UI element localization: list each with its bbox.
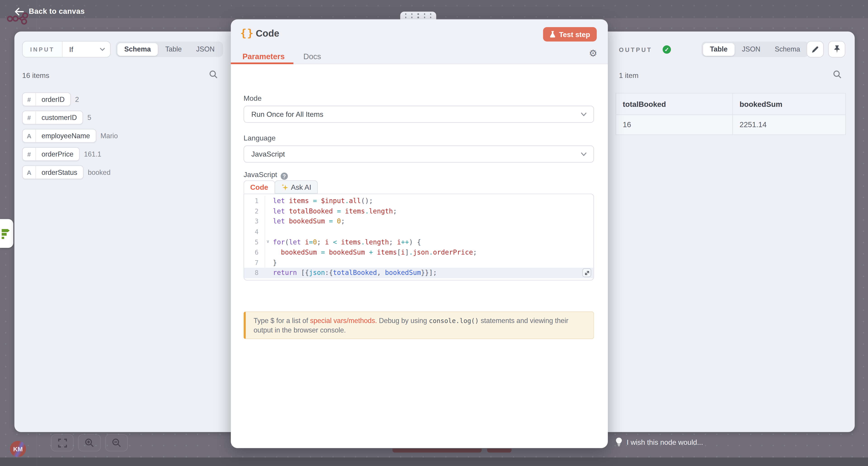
success-check-icon: ✓ <box>662 45 671 54</box>
language-label: Language <box>244 134 276 142</box>
mode-select-value: Run Once for All Items <box>251 110 323 119</box>
schema-field-value: booked <box>88 168 110 176</box>
output-tab-schema[interactable]: Schema <box>768 43 807 56</box>
mode-select[interactable]: Run Once for All Items <box>244 106 594 123</box>
line-number: 2 <box>244 206 265 217</box>
code-editor[interactable]: 1let items = $input.all();2let totalBook… <box>244 193 594 280</box>
back-arrow-icon <box>14 7 24 15</box>
app-root: Back to canvas KM I wish this node would… <box>0 0 868 466</box>
schema-field-pill[interactable]: #orderPrice <box>22 147 80 161</box>
zoom-out-icon <box>112 438 121 448</box>
editor-tab-code[interactable]: Code <box>244 180 275 194</box>
code-line[interactable]: 7} <box>244 258 593 268</box>
code-line[interactable]: 1let items = $input.all(); <box>244 196 593 206</box>
schema-field-pill[interactable]: AorderStatus <box>22 165 84 179</box>
schema-field-row: #orderID2 <box>22 92 118 106</box>
code-line-text: return [{json:{totalBooked, bookedSum}}]… <box>265 269 437 277</box>
node-feedback-button[interactable]: I wish this node would... <box>616 437 703 446</box>
if-node-icon <box>1 228 11 240</box>
edit-output-button[interactable] <box>807 41 824 57</box>
schema-field-pill[interactable]: #customerID <box>22 111 83 125</box>
line-number: 5 <box>244 237 265 247</box>
code-line-text: let bookedSum = 0; <box>265 218 345 226</box>
panel-drag-handle[interactable] <box>400 11 436 20</box>
number-type-icon: # <box>23 148 36 160</box>
test-step-button[interactable]: Test step <box>543 27 597 41</box>
fold-chevron-icon[interactable]: ∨ <box>266 239 270 244</box>
zoom-to-fit-button[interactable] <box>51 434 73 451</box>
number-type-icon: # <box>23 111 36 124</box>
output-panel-label: OUTPUT <box>619 46 652 53</box>
code-line[interactable]: 3let bookedSum = 0; <box>244 217 593 227</box>
code-line[interactable]: 4 <box>244 227 593 237</box>
pencil-icon <box>811 46 819 53</box>
schema-field-pill[interactable]: #orderID <box>22 92 71 106</box>
zoom-in-button[interactable] <box>78 434 101 451</box>
mode-label: Mode <box>244 94 262 102</box>
expand-icon <box>584 270 589 275</box>
schema-field-row: #orderPrice161.1 <box>22 147 118 161</box>
output-table: totalBookedbookedSum 162251.14 <box>616 93 846 135</box>
flask-icon <box>550 31 556 38</box>
input-node-selector[interactable]: INPUT If <box>22 41 111 57</box>
zoom-to-fit-icon <box>58 438 67 447</box>
tab-docs[interactable]: Docs <box>303 52 321 61</box>
code-line-text: } <box>265 259 277 267</box>
lightbulb-icon <box>616 437 622 446</box>
string-type-icon: A <box>23 166 36 179</box>
search-icon[interactable] <box>833 70 842 81</box>
code-line[interactable]: 5∨for(let i=0; i < items.length; i++) { <box>244 237 593 247</box>
input-tab-json[interactable]: JSON <box>189 43 222 56</box>
special-vars-link[interactable]: special vars/methods. <box>310 317 377 325</box>
if-node-card[interactable] <box>0 219 13 248</box>
schema-field-row: AorderStatusbooked <box>22 165 118 179</box>
code-node-icon: {} <box>240 27 254 39</box>
expand-editor-button[interactable] <box>582 268 591 277</box>
schema-field-name: orderStatus <box>36 166 83 179</box>
search-icon[interactable] <box>209 70 218 81</box>
schema-field-value: 161.1 <box>84 150 101 158</box>
line-number: 3 <box>244 217 265 227</box>
zoom-out-button[interactable] <box>105 434 128 451</box>
code-line[interactable]: 2let totalBooked = items.length; <box>244 206 593 217</box>
input-tab-table[interactable]: Table <box>158 43 189 56</box>
code-line[interactable]: 8return [{json:{totalBooked, bookedSum}}… <box>244 268 593 278</box>
test-step-label: Test step <box>559 30 590 38</box>
node-settings-panel: {} Code Test step Parameters Docs ⚙ Mode… <box>231 20 608 448</box>
editor-language-label: JavaScript <box>244 170 277 179</box>
back-to-canvas-label: Back to canvas <box>29 7 85 15</box>
active-tab-underline <box>231 63 293 64</box>
code-line-text: bookedSum = bookedSum + items[i].json.or… <box>265 248 477 256</box>
editor-tab-ask-ai[interactable]: Ask AI <box>274 180 318 194</box>
user-avatar[interactable]: KM <box>10 441 26 457</box>
tab-parameters[interactable]: Parameters <box>243 52 285 61</box>
output-tab-table[interactable]: Table <box>703 43 735 56</box>
node-title[interactable]: Code <box>256 28 279 39</box>
help-icon[interactable]: ? <box>281 172 288 180</box>
editor-tab-group: Code Ask AI <box>244 180 318 194</box>
dimmed-background-button <box>487 448 512 453</box>
schema-field-name: orderID <box>36 93 70 105</box>
node-feedback-label: I wish this node would... <box>627 438 703 446</box>
input-schema-field-list: #orderID2#customerID5AemployeeNameMario#… <box>22 92 118 179</box>
output-view-tab-group: Table JSON Schema <box>702 41 809 57</box>
language-select[interactable]: JavaScript <box>244 145 594 163</box>
schema-field-pill[interactable]: AemployeeName <box>22 129 96 143</box>
input-tab-schema[interactable]: Schema <box>117 43 158 56</box>
output-table-cell: 2251.14 <box>733 115 846 135</box>
schema-field-row: AemployeeNameMario <box>22 129 118 143</box>
input-node-selector-value: If <box>63 41 100 57</box>
output-items-count: 1 item <box>619 71 639 80</box>
canvas-bottom-strip <box>0 457 868 466</box>
number-type-icon: # <box>23 93 36 105</box>
editor-hint-box: Type $ for a list of special vars/method… <box>244 311 594 339</box>
sparkle-icon <box>281 184 288 191</box>
back-to-canvas-button[interactable]: Back to canvas <box>14 7 85 15</box>
pin-output-button[interactable] <box>828 41 845 57</box>
output-tab-json[interactable]: JSON <box>735 43 767 56</box>
chevron-down-icon <box>100 41 105 57</box>
code-line-text: for(let i=0; i < items.length; i++) { <box>265 238 421 246</box>
code-line[interactable]: 6 bookedSum = bookedSum + items[i].json.… <box>244 247 593 258</box>
gear-icon[interactable]: ⚙ <box>589 49 597 58</box>
line-number: 6 <box>244 247 265 258</box>
